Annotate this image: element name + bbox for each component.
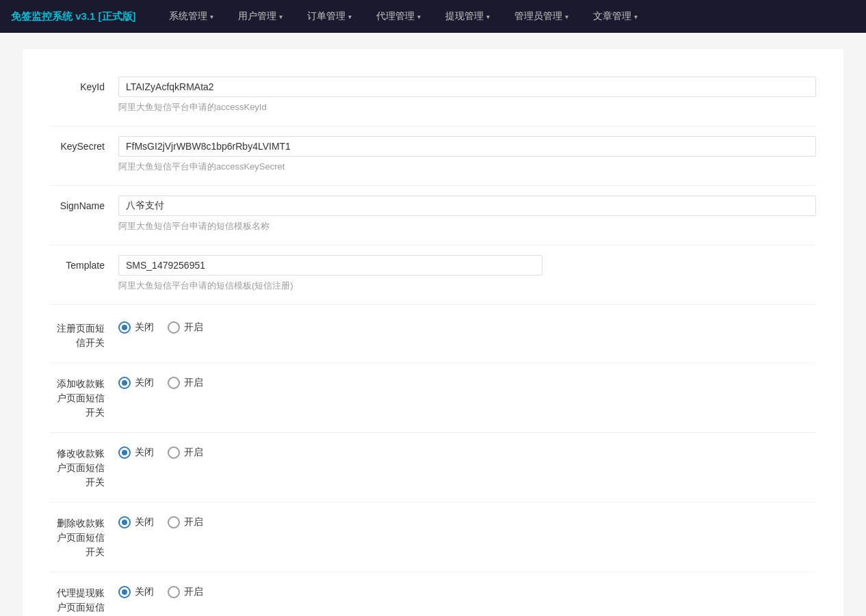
field-label-template: Template: [50, 255, 118, 271]
radio-label-reg_sms: 注册页面短信开关: [50, 320, 118, 350]
nav-item-提现管理[interactable]: 提现管理▾: [433, 0, 502, 33]
chevron-down-icon: ▾: [565, 13, 568, 21]
input-keyid[interactable]: [118, 77, 816, 97]
radio-row-reg_sms: 注册页面短信开关关闭开启: [50, 308, 816, 363]
form-row-keysecret: KeySecret阿里大鱼短信平台申请的accessKeySecret: [50, 129, 816, 180]
chevron-down-icon: ▾: [486, 13, 490, 21]
input-keysecret[interactable]: [118, 136, 816, 157]
input-template[interactable]: [118, 255, 542, 276]
radio-label-edit_account_sms: 修改收款账户页面短信开关: [50, 445, 118, 490]
form-row-keyid: KeyId阿里大鱼短信平台申请的accessKeyId: [50, 70, 816, 120]
field-label-signname: SignName: [50, 196, 118, 211]
radio-option-reg_sms-off[interactable]: 关闭: [118, 321, 154, 334]
hint-keyid: 阿里大鱼短信平台申请的accessKeyId: [118, 101, 816, 113]
radio-row-edit_account_sms: 修改收款账户页面短信开关关闭开启: [50, 433, 816, 503]
radio-option-delete_account_sms-on[interactable]: 开启: [168, 516, 203, 528]
radio-circle-off: [118, 377, 131, 389]
chevron-down-icon: ▾: [210, 13, 213, 21]
main-content: KeyId阿里大鱼短信平台申请的accessKeyIdKeySecret阿里大鱼…: [23, 49, 843, 616]
radio-circle-on: [168, 321, 180, 334]
nav-menu: 系统管理▾用户管理▾订单管理▾代理管理▾提现管理▾管理员管理▾文章管理▾: [157, 0, 855, 33]
radio-circle-on: [168, 586, 180, 598]
radio-option-reg_sms-on[interactable]: 开启: [168, 321, 203, 334]
chevron-down-icon: ▾: [417, 13, 421, 21]
radio-circle-off: [118, 446, 131, 459]
nav-item-系统管理[interactable]: 系统管理▾: [157, 0, 226, 33]
radio-option-edit_account_sms-off[interactable]: 关闭: [118, 446, 154, 459]
form-row-signname: SignName阿里大鱼短信平台申请的短信模板名称: [50, 189, 816, 239]
radio-option-agent_withdraw_sms-on[interactable]: 开启: [168, 586, 203, 598]
nav-item-订单管理[interactable]: 订单管理▾: [295, 0, 364, 33]
field-label-keyid: KeyId: [50, 77, 118, 92]
radio-circle-off: [118, 586, 131, 598]
radio-row-delete_account_sms: 删除收款账户页面短信开关关闭开启: [50, 503, 816, 572]
input-signname[interactable]: [118, 196, 816, 216]
radio-groups: 注册页面短信开关关闭开启添加收款账户页面短信开关关闭开启修改收款账户页面短信开关…: [50, 308, 816, 616]
navbar: 免签监控系统 v3.1 [正式版] 系统管理▾用户管理▾订单管理▾代理管理▾提现…: [0, 0, 866, 33]
hint-template: 阿里大鱼短信平台申请的短信模板(短信注册): [118, 280, 816, 292]
radio-row-agent_withdraw_sms: 代理提现账户页面短信开关关闭开启: [50, 572, 816, 616]
radio-label-delete_account_sms: 删除收款账户页面短信开关: [50, 515, 118, 559]
chevron-down-icon: ▾: [348, 13, 352, 21]
chevron-down-icon: ▾: [279, 13, 283, 21]
radio-option-delete_account_sms-off[interactable]: 关闭: [118, 516, 154, 528]
nav-item-管理员管理[interactable]: 管理员管理▾: [502, 0, 581, 33]
hint-keysecret: 阿里大鱼短信平台申请的accessKeySecret: [118, 161, 816, 173]
radio-option-add_account_sms-off[interactable]: 关闭: [118, 377, 154, 389]
form-row-template: Template阿里大鱼短信平台申请的短信模板(短信注册): [50, 248, 816, 299]
nav-item-代理管理[interactable]: 代理管理▾: [364, 0, 433, 33]
radio-option-edit_account_sms-on[interactable]: 开启: [168, 446, 203, 459]
hint-signname: 阿里大鱼短信平台申请的短信模板名称: [118, 220, 816, 232]
radio-circle-on: [168, 446, 180, 459]
radio-circle-on: [168, 377, 180, 389]
nav-item-用户管理[interactable]: 用户管理▾: [226, 0, 295, 33]
radio-circle-off: [118, 516, 131, 528]
radio-row-add_account_sms: 添加收款账户页面短信开关关闭开启: [50, 363, 816, 433]
radio-circle-off: [118, 321, 131, 334]
nav-item-文章管理[interactable]: 文章管理▾: [581, 0, 650, 33]
radio-label-add_account_sms: 添加收款账户页面短信开关: [50, 375, 118, 420]
radio-label-agent_withdraw_sms: 代理提现账户页面短信开关: [50, 585, 118, 616]
text-fields: KeyId阿里大鱼短信平台申请的accessKeyIdKeySecret阿里大鱼…: [50, 70, 816, 305]
radio-option-agent_withdraw_sms-off[interactable]: 关闭: [118, 586, 154, 598]
field-label-keysecret: KeySecret: [50, 136, 118, 152]
nav-brand: 免签监控系统 v3.1 [正式版]: [11, 10, 136, 23]
radio-option-add_account_sms-on[interactable]: 开启: [168, 377, 203, 389]
radio-circle-on: [168, 516, 180, 528]
chevron-down-icon: ▾: [634, 13, 638, 21]
